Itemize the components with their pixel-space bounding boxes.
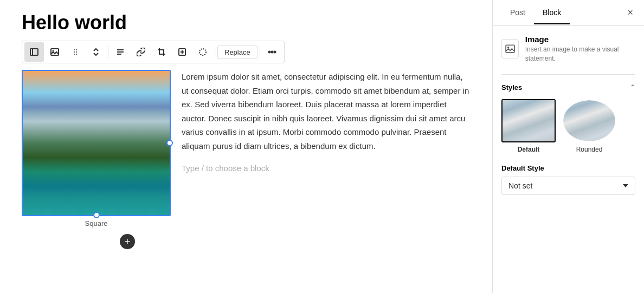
link-icon [137, 48, 145, 56]
style-thumbnail-inner-default [503, 100, 555, 141]
replace-button[interactable]: Replace [217, 45, 257, 59]
style-option-default[interactable]: Default [501, 99, 556, 153]
text-content: Lorem ipsum dolor sit amet, consectetur … [182, 70, 471, 175]
default-style-select[interactable]: Not set Default Rounded [501, 177, 635, 195]
tab-post[interactable]: Post [501, 2, 534, 24]
svg-point-6 [74, 51, 75, 53]
move-up-down-button[interactable] [86, 42, 106, 62]
image-block-wrapper: Square + [22, 70, 171, 249]
block-toolbar: Replace [22, 41, 285, 63]
content-row: Square + Lorem ipsum dolor sit amet, con… [22, 70, 471, 249]
tab-block[interactable]: Block [534, 2, 570, 24]
crop-button[interactable] [152, 42, 171, 62]
crop-icon [157, 48, 166, 56]
image-caption[interactable]: Square [85, 219, 108, 227]
style-thumb-rounded-inner [563, 100, 615, 141]
style-label-default: Default [518, 146, 540, 153]
styles-section: Styles ⌃ Default Rounded [501, 83, 635, 153]
divider [501, 74, 635, 75]
image-btn[interactable] [45, 42, 65, 62]
toolbar-divider-1 [108, 45, 108, 58]
toolbar-divider-3 [260, 45, 260, 58]
sidebar-content: Image Insert an image to make a visual s… [493, 26, 644, 293]
svg-point-4 [74, 49, 75, 50]
style-thumbnail-default [501, 99, 556, 142]
toolbar-divider-2 [215, 45, 215, 58]
sidebar-toggle-button[interactable] [24, 42, 44, 62]
svg-point-7 [76, 51, 77, 53]
block-description: Insert an image to make a visual stateme… [525, 45, 635, 63]
svg-point-18 [271, 51, 273, 53]
svg-point-8 [74, 54, 75, 55]
page-title[interactable]: Hello world [22, 11, 471, 34]
type-placeholder[interactable]: Type / to choose a block [182, 161, 471, 175]
default-style-label: Default Style [501, 164, 635, 172]
block-icon [501, 39, 519, 58]
resize-handle-right[interactable] [166, 140, 173, 146]
sidebar: Post Block × Image Insert an image to ma… [492, 0, 644, 293]
editor-area: Hello world [0, 0, 492, 293]
circle-dotted-icon [198, 48, 207, 56]
style-label-rounded: Rounded [576, 146, 603, 153]
image-block-icon [505, 44, 515, 54]
style-option-rounded[interactable]: Rounded [562, 99, 616, 153]
styles-header[interactable]: Styles ⌃ [501, 83, 635, 92]
link-button[interactable] [131, 42, 151, 62]
sidebar-icon [30, 48, 38, 56]
svg-point-19 [274, 51, 275, 53]
drag-icon [71, 48, 80, 56]
block-text-info: Image Insert an image to make a visual s… [525, 35, 635, 63]
svg-rect-0 [30, 49, 38, 55]
ellipsis-icon [268, 48, 276, 56]
sidebar-close-button[interactable]: × [625, 5, 635, 21]
mountain-image [23, 71, 170, 215]
align-icon [116, 48, 125, 56]
text-overlay-button[interactable] [172, 42, 192, 62]
add-block-button[interactable]: + [120, 234, 135, 249]
duotone-button[interactable] [193, 42, 212, 62]
image-icon [50, 48, 59, 56]
styles-title: Styles [501, 83, 522, 92]
resize-handle-bottom[interactable] [93, 212, 100, 218]
svg-point-9 [76, 54, 77, 55]
align-button[interactable] [111, 42, 130, 62]
sidebar-tabs: Post Block [501, 2, 570, 24]
body-paragraph[interactable]: Lorem ipsum dolor sit amet, consectetur … [182, 70, 471, 153]
svg-point-17 [268, 51, 270, 53]
svg-point-16 [199, 49, 206, 55]
image-block[interactable] [22, 70, 171, 216]
default-style-section: Default Style Not set Default Rounded [501, 164, 635, 195]
svg-point-5 [76, 49, 77, 50]
block-info: Image Insert an image to make a visual s… [501, 35, 635, 63]
sidebar-header: Post Block × [493, 0, 644, 26]
more-options-button[interactable] [262, 42, 282, 62]
block-name: Image [525, 35, 635, 44]
svg-rect-20 [506, 45, 514, 53]
updown-icon [92, 48, 100, 56]
text-overlay-icon [178, 48, 186, 56]
styles-grid: Default Rounded [501, 99, 635, 153]
drag-handle-button[interactable] [66, 42, 85, 62]
style-thumbnail-rounded [562, 99, 616, 142]
chevron-up-icon: ⌃ [630, 83, 635, 91]
